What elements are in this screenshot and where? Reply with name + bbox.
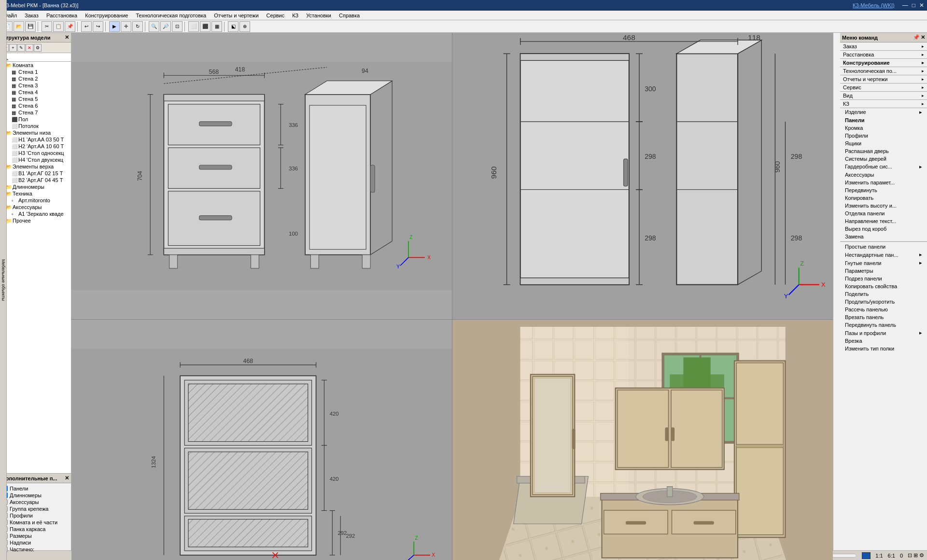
toolbar-btn-4[interactable]: ✂	[42, 21, 52, 32]
right-menu-item[interactable]: Ящики	[840, 140, 927, 147]
right-menu-item[interactable]: Пазы и профили▸	[840, 329, 927, 337]
toolbar-btn-3[interactable]: 💾	[25, 21, 36, 32]
tree-item[interactable]: ▾📂Элементы низа	[0, 129, 71, 136]
right-menu-item[interactable]: Передвинуть панель	[840, 321, 927, 329]
toolbar-fit[interactable]: ⊡	[172, 21, 183, 32]
right-menu-item[interactable]: Изменить высоту и...	[840, 202, 927, 210]
right-menu-item[interactable]: Системы дверей	[840, 155, 927, 163]
tree-item[interactable]: ⬜Н2 'Арт.АА 10 60 Т	[0, 143, 71, 150]
toolbar-zoom-out[interactable]: 🔎	[160, 21, 171, 32]
right-menu-item[interactable]: Отделка панели	[840, 210, 927, 217]
tree-item[interactable]: ▦Стена 3	[0, 82, 71, 89]
tree-item[interactable]: ▾📂Элементы верха	[0, 163, 71, 170]
viewport-top-left[interactable]: 568 418 94 704 336	[71, 33, 452, 319]
toolbar-view3[interactable]: ▦	[211, 21, 222, 32]
right-menu-item[interactable]: Кромка	[840, 124, 927, 132]
status-icon-2[interactable]: ⊞	[913, 552, 918, 559]
close-btn[interactable]: ✕	[919, 2, 924, 9]
tree-item[interactable]: ⬜Н4 'Стол двухсекц	[0, 156, 71, 163]
tree-item[interactable]: ▾📂Аксессуары	[0, 204, 71, 210]
tree-item[interactable]: ▦Стена 1	[0, 69, 71, 75]
menu-service[interactable]: Сервис	[263, 12, 289, 19]
right-menu-item[interactable]: Простые панели	[840, 243, 927, 251]
right-menu-item[interactable]: Профили	[840, 132, 927, 140]
right-menu-item[interactable]: Направление текст...	[840, 217, 927, 225]
right-menu-item[interactable]: Изменить тип полки	[840, 345, 927, 352]
right-menu-item[interactable]: Параметры	[840, 267, 927, 275]
right-section-header[interactable]: Технологическая по...▸	[840, 67, 927, 75]
right-menu-item[interactable]: Передвинуть	[840, 186, 927, 194]
right-menu-item[interactable]: Нестандартные пан...▸	[840, 251, 927, 259]
maximize-btn[interactable]: □	[912, 2, 915, 9]
right-section-header[interactable]: Вид▸	[840, 92, 927, 100]
menu-k3[interactable]: КЗ	[288, 12, 302, 19]
tree-item[interactable]: ⬜В1 'Арт.АГ 02 15 Т	[0, 170, 71, 177]
toolbar-btn-6[interactable]: 📌	[65, 21, 75, 32]
tree-item[interactable]: ⬜Н1 'Арт.АА 03 50 Т	[0, 136, 71, 143]
right-section-header[interactable]: Сервис▸	[840, 84, 927, 92]
struct-btn-edit[interactable]: ✎	[17, 44, 25, 52]
right-menu-item[interactable]: Панели	[840, 116, 927, 124]
menu-techprep[interactable]: Технологическая подготовка	[132, 12, 210, 19]
tree-item[interactable]: ⬜В2 'Арт.АГ 04 45 Т	[0, 177, 71, 183]
tree-item[interactable]: ▫Арт.mitoronto	[0, 197, 71, 204]
additional-close[interactable]: ✕	[65, 475, 69, 481]
right-menu-item[interactable]: Вырез под короб	[840, 225, 927, 233]
right-menu-item[interactable]: Поделить	[840, 290, 927, 298]
right-menu-item[interactable]: Копировать свойства	[840, 282, 927, 290]
toolbar-view1[interactable]: ⬜	[188, 21, 199, 32]
menu-layout[interactable]: Расстановка	[42, 12, 81, 19]
toolbar-btn-2[interactable]: 📂	[14, 21, 24, 32]
right-menu-item[interactable]: Копировать	[840, 194, 927, 202]
toolbar-zoom-in[interactable]: 🔍	[149, 21, 159, 32]
right-menu-item[interactable]: Врезка	[840, 337, 927, 345]
right-menu-item[interactable]: Подрез панели	[840, 275, 927, 282]
tree-item[interactable]: ⬛Пол	[0, 116, 71, 123]
menu-construct[interactable]: Конструирование	[81, 12, 132, 19]
toolbar-rotate[interactable]: ↻	[132, 21, 143, 32]
tree-item[interactable]: ▫А1 'Зеркало кваде	[0, 210, 71, 217]
menu-settings[interactable]: Установки	[302, 12, 335, 19]
viewport-bottom-left[interactable]: 468 420 420 1324 292	[71, 320, 452, 560]
toolbar-redo[interactable]: ↪	[93, 21, 103, 32]
right-section-header[interactable]: Конструирование▸	[840, 59, 927, 67]
tree-item[interactable]: ⬜Н3 'Стол односекц	[0, 150, 71, 156]
tree-item[interactable]: ⬜Потолок	[0, 123, 71, 129]
right-menu-item[interactable]: Врезать панель	[840, 313, 927, 321]
right-menu-item[interactable]: Изделие▸	[840, 108, 927, 116]
right-menu-item[interactable]: Рассечь панелью	[840, 306, 927, 313]
viewport-top-right[interactable]: 468 118 960 300	[452, 33, 833, 319]
tree-item[interactable]: ▸📁Длинномеры	[0, 183, 71, 190]
toolbar-snap[interactable]: ⊕	[239, 21, 250, 32]
right-menu-item[interactable]: Аксессуары	[840, 171, 927, 179]
tree-item[interactable]: ▸📁Прочее	[0, 217, 71, 224]
toolbar-view2[interactable]: ⬛	[200, 21, 211, 32]
right-menu-item[interactable]: Гардеробные сис...▸	[840, 163, 927, 171]
toolbar-btn-5[interactable]: 📋	[53, 21, 64, 32]
menu-order[interactable]: Заказ	[21, 12, 42, 19]
toolbar-move[interactable]: ✛	[121, 21, 131, 32]
status-icon-1[interactable]: ⊡	[908, 552, 912, 559]
right-menu-item[interactable]: Продлить/укоротить	[840, 298, 927, 306]
right-pin[interactable]: 📌	[913, 34, 920, 41]
struct-btn-settings[interactable]: ⚙	[34, 44, 42, 52]
right-menu-item[interactable]: Гнутые панели▸	[840, 259, 927, 267]
wiki-link[interactable]: К3-Мебель (WKI)	[853, 2, 895, 8]
tree-item[interactable]: ▦Стена 7	[0, 109, 71, 116]
right-close[interactable]: ✕	[921, 34, 925, 41]
right-section-header[interactable]: Заказ▸	[840, 42, 927, 51]
tree-item[interactable]: ▦Стена 6	[0, 102, 71, 109]
menu-reports[interactable]: Отчеты и чертежи	[210, 12, 262, 19]
status-icon-3[interactable]: ⚙	[919, 552, 924, 559]
right-section-header[interactable]: Расстановка▸	[840, 51, 927, 59]
struct-btn-add[interactable]: +	[9, 44, 17, 52]
right-menu-item[interactable]: Замена	[840, 233, 927, 240]
right-menu-item[interactable]: Изменить парамет...	[840, 179, 927, 186]
tree-item[interactable]: ▦Стена 4	[0, 89, 71, 96]
menu-help[interactable]: Справка	[335, 12, 364, 19]
tree-item[interactable]: ▦Стена 2	[0, 75, 71, 82]
toolbar-undo[interactable]: ↩	[81, 21, 92, 32]
tree-item[interactable]: ▾📂Комната	[0, 62, 71, 69]
toolbar-select[interactable]: ▶	[109, 21, 120, 32]
toolbar-dim[interactable]: ⬕	[228, 21, 239, 32]
